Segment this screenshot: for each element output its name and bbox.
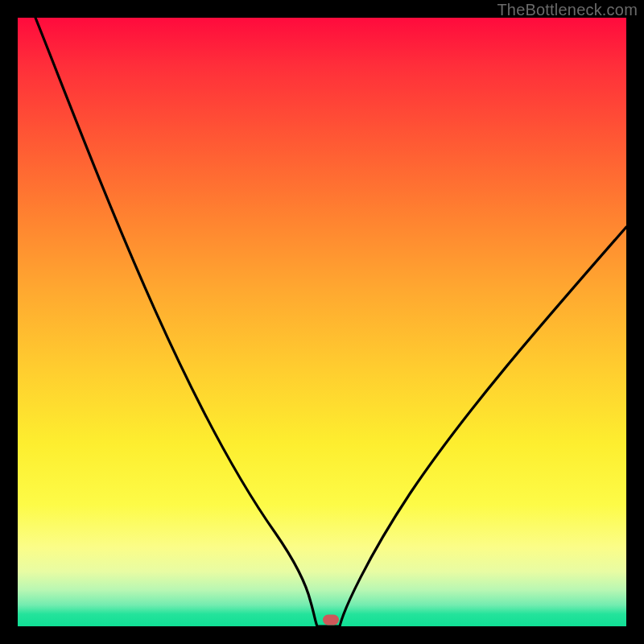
chart-frame: TheBottleneck.com: [0, 0, 644, 644]
bottleneck-curve: [18, 18, 626, 626]
watermark-text: TheBottleneck.com: [497, 1, 638, 19]
plot-area: [18, 18, 626, 626]
optimal-marker-icon: [323, 615, 339, 625]
curve-path: [35, 18, 626, 626]
